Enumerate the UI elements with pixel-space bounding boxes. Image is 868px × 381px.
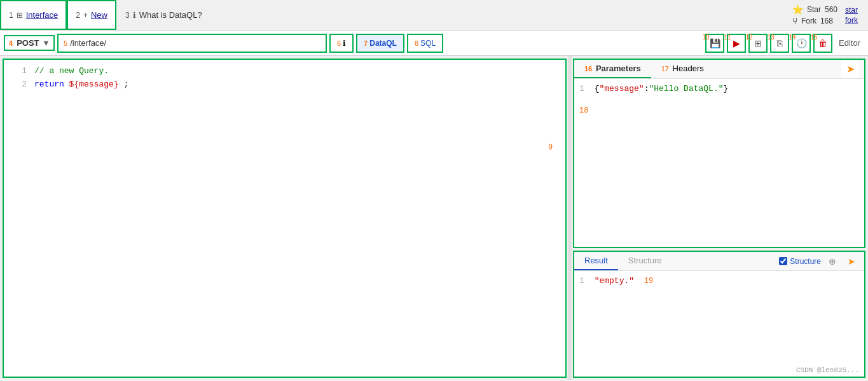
result-content: 1 "empty." 19 CSDN @leo825... bbox=[574, 271, 864, 377]
tab-headers[interactable]: 17 Headers bbox=[651, 60, 714, 78]
structure-checkbox-label: Structure bbox=[790, 257, 821, 266]
structure-checkbox[interactable] bbox=[779, 257, 787, 265]
layout-icon: ⊞ bbox=[754, 38, 762, 48]
tab-1-num: 1 bbox=[9, 11, 13, 20]
tab-2-label: New bbox=[91, 10, 107, 20]
sql-button[interactable]: 8 SQL bbox=[407, 34, 443, 53]
params-tab-right: ➤ bbox=[841, 60, 864, 78]
tab-interface[interactable]: 1 ⊞ Interface bbox=[0, 0, 67, 30]
star-label: Star bbox=[807, 5, 821, 14]
history-btn[interactable]: 14 🕐 bbox=[792, 34, 811, 53]
sql-btn-num: 8 bbox=[415, 39, 418, 47]
params-tab-bar: 16 Parameters 17 Headers ➤ bbox=[574, 60, 864, 79]
tab-dataql-info[interactable]: 3 ℹ What is DataQL? bbox=[116, 0, 211, 30]
panel-splitter[interactable] bbox=[568, 56, 572, 380]
params-json-val: "Hello DataQL." bbox=[649, 84, 723, 94]
github-group: ⭐ Star 560 ⑂ Fork 168 bbox=[792, 4, 837, 26]
tab-2-num: 2 bbox=[76, 11, 80, 20]
fork-row: ⑂ Fork 168 bbox=[792, 16, 837, 26]
sql-label: SQL bbox=[420, 39, 436, 48]
tab-3-num: 3 bbox=[125, 11, 130, 20]
main-area: 1 // a new Query. 2 return ${message} ; … bbox=[0, 56, 868, 380]
tab-structure[interactable]: Structure bbox=[618, 252, 672, 270]
code-comment-1: // a new Query. bbox=[34, 65, 109, 78]
send-result-btn[interactable]: ➤ bbox=[844, 254, 859, 269]
result-value: "empty." bbox=[595, 276, 634, 286]
info-button[interactable]: 6 ℹ bbox=[329, 34, 354, 53]
params-tab-num: 16 bbox=[584, 65, 592, 73]
params-content[interactable]: 1 {"message":"Hello DataQL."} 18 bbox=[574, 79, 864, 247]
watermark: CSDN @leo825... bbox=[796, 366, 859, 374]
copy-result-btn[interactable]: ⊕ bbox=[825, 254, 840, 269]
copy-btn[interactable]: 13 ⎘ bbox=[770, 34, 789, 53]
method-num: 4 bbox=[9, 39, 13, 47]
line-num-1: 1 bbox=[9, 65, 27, 78]
copy-num: 13 bbox=[767, 34, 774, 41]
star-row: ⭐ Star 560 bbox=[792, 4, 837, 15]
history-num: 14 bbox=[789, 34, 796, 41]
github-area: ⭐ Star 560 ⑂ Fork 168 star fork bbox=[792, 0, 868, 30]
tab-3-label: What is DataQL? bbox=[139, 10, 202, 20]
save-icon: 💾 bbox=[710, 38, 720, 48]
result-num-19: 19 bbox=[644, 277, 653, 286]
github-icon-star: ⭐ bbox=[792, 4, 803, 15]
structure-tab-label: Structure bbox=[628, 256, 662, 265]
params-json-key: "message" bbox=[599, 84, 644, 94]
plus-icon: + bbox=[83, 11, 88, 20]
code-line-2: 2 return ${message} ; bbox=[4, 78, 565, 92]
fork-label: Fork bbox=[801, 17, 816, 25]
code-num-9: 9 bbox=[548, 142, 553, 151]
url-field-wrap: 5 bbox=[57, 34, 327, 53]
url-input[interactable] bbox=[70, 38, 320, 48]
params-tab-label: Parameters bbox=[596, 64, 641, 73]
result-tab-label: Result bbox=[584, 256, 608, 265]
params-json-brace-close: } bbox=[724, 84, 729, 94]
tab-bar: 1 ⊞ Interface 2 + New 3 ℹ What is DataQL… bbox=[0, 0, 868, 31]
fork-count: 168 bbox=[820, 17, 833, 25]
tab-result[interactable]: Result bbox=[574, 252, 618, 270]
result-tab-right: Structure ⊕ ➤ bbox=[779, 254, 864, 269]
run-btn[interactable]: 11 ▶ bbox=[727, 34, 746, 53]
layout-btn[interactable]: 12 ⊞ bbox=[748, 34, 768, 53]
tab-parameters[interactable]: 16 Parameters bbox=[574, 60, 651, 78]
info-btn-num: 6 bbox=[337, 39, 341, 47]
star-link[interactable]: star bbox=[845, 6, 858, 15]
tab-new[interactable]: 2 + New bbox=[67, 0, 116, 30]
result-line-1: 1 "empty." 19 bbox=[579, 276, 859, 286]
method-value: POST bbox=[17, 38, 39, 48]
dropdown-icon: ▾ bbox=[44, 38, 48, 48]
right-panel: 16 Parameters 17 Headers ➤ 1 {"message":… bbox=[573, 59, 865, 378]
code-editor[interactable]: 1 // a new Query. 2 return ${message} ; bbox=[4, 60, 565, 377]
delete-icon: 🗑 bbox=[818, 38, 827, 48]
delete-num: 15 bbox=[810, 34, 817, 41]
star-count: 560 bbox=[825, 5, 837, 14]
params-panel: 16 Parameters 17 Headers ➤ 1 {"message":… bbox=[573, 59, 865, 248]
method-selector[interactable]: 4 POST ▾ bbox=[4, 35, 55, 51]
tab-1-label: Interface bbox=[26, 10, 59, 20]
copy-icon: ⎘ bbox=[777, 38, 782, 48]
code-editor-panel[interactable]: 1 // a new Query. 2 return ${message} ; … bbox=[3, 59, 567, 378]
result-line-num-1: 1 bbox=[579, 276, 584, 286]
headers-tab-label: Headers bbox=[673, 64, 704, 73]
dataql-button[interactable]: 7 DataQL bbox=[356, 34, 404, 53]
run-icon: ▶ bbox=[733, 38, 740, 48]
params-line-1: 1 {"message":"Hello DataQL."} bbox=[579, 84, 859, 94]
save-btn[interactable]: 10 💾 bbox=[705, 34, 724, 53]
run-num: 11 bbox=[724, 34, 731, 41]
params-line-num-1: 1 bbox=[579, 84, 584, 94]
info-icon: ℹ bbox=[133, 11, 136, 20]
send-button[interactable]: ➤ bbox=[841, 60, 859, 78]
toolbar-right: 10 💾 11 ▶ 12 ⊞ 13 ⎘ 14 🕐 15 🗑 Editor bbox=[705, 34, 864, 53]
result-tab-bar: Result Structure Structure ⊕ ➤ bbox=[574, 252, 864, 271]
dataql-btn-num: 7 bbox=[364, 39, 368, 47]
fork-link[interactable]: fork bbox=[845, 16, 858, 25]
line-num-2: 2 bbox=[9, 78, 27, 92]
toolbar: 4 POST ▾ 5 6 ℹ 7 DataQL 8 SQL 10 💾 11 ▶ … bbox=[0, 31, 868, 56]
delete-btn[interactable]: 15 🗑 bbox=[813, 34, 832, 53]
result-panel: Result Structure Structure ⊕ ➤ 1 "e bbox=[573, 251, 865, 378]
layout-num: 12 bbox=[745, 34, 752, 41]
code-line-1: 1 // a new Query. bbox=[4, 65, 565, 78]
editor-label: Editor bbox=[835, 38, 864, 48]
history-icon: 🕐 bbox=[796, 38, 807, 48]
structure-checkbox-wrap[interactable]: Structure bbox=[779, 257, 821, 266]
